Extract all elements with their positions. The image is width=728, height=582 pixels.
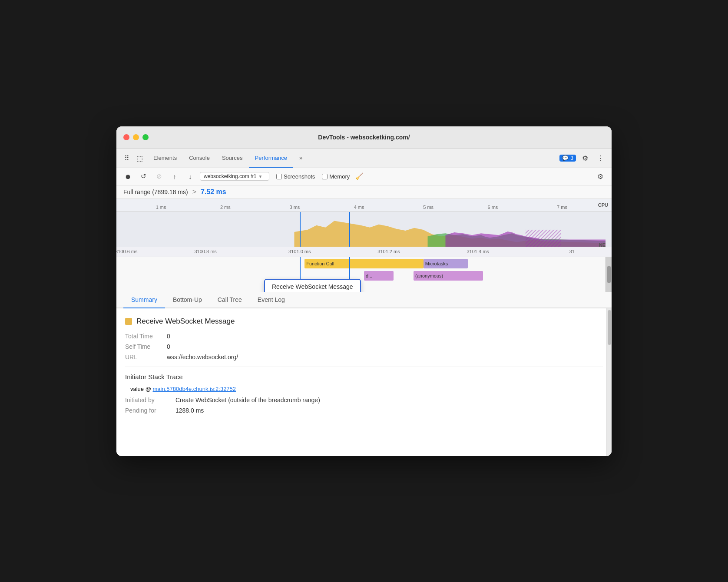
self-time-value: 0 bbox=[167, 343, 170, 350]
time-label-5: 3101.4 ms bbox=[467, 249, 489, 254]
timeline-marker-left bbox=[300, 212, 301, 247]
ruler-tick-4ms: 4 ms bbox=[354, 205, 364, 210]
time-label-4: 3101.2 ms bbox=[377, 249, 400, 254]
time-label-1: 3100.6 ms bbox=[116, 249, 137, 254]
tab-summary[interactable]: Summary bbox=[123, 292, 165, 308]
chat-icon: 💬 bbox=[562, 155, 569, 161]
flame-time-labels: 3100.6 ms 3100.8 ms 3101.0 ms 3101.2 ms … bbox=[116, 247, 612, 257]
self-time-label: Self Time bbox=[125, 343, 160, 350]
ruler-tick-5ms: 5 ms bbox=[423, 205, 433, 210]
flame-rows[interactable]: Function Call Microtasks d... (anonymous… bbox=[116, 257, 612, 292]
minimize-button[interactable] bbox=[133, 134, 139, 140]
memory-checkbox-group: Memory bbox=[322, 173, 350, 180]
url-selector-label: websocketking.com #1 bbox=[204, 173, 256, 179]
total-time-label: Total Time bbox=[125, 333, 160, 340]
svg-rect-3 bbox=[526, 229, 561, 246]
cpu-chart-svg: NET bbox=[116, 212, 606, 247]
flame-block-anonymous[interactable]: (anonymous) bbox=[414, 271, 483, 281]
sub-toolbar: ⏺ ↺ ⊘ ↑ ↓ websocketking.com #1 ▼ Screens… bbox=[116, 168, 612, 185]
devtools-window: DevTools - websocketking.com/ ⠿ ⬚ Elemen… bbox=[116, 126, 612, 456]
record-button[interactable]: ⏺ bbox=[122, 170, 134, 182]
feedback-badge[interactable]: 💬 3 bbox=[559, 155, 576, 162]
screenshots-checkbox[interactable] bbox=[276, 174, 282, 179]
tab-more[interactable]: » bbox=[293, 149, 308, 168]
capture-settings-button[interactable]: ⚙ bbox=[594, 170, 606, 182]
settings-button[interactable]: ⚙ bbox=[579, 152, 591, 164]
self-time-row: Self Time 0 bbox=[125, 343, 603, 350]
stack-trace-row: value @ main.5780db4e.chunk.js:2:32752 bbox=[125, 386, 603, 392]
time-label-2: 3100.8 ms bbox=[195, 249, 217, 254]
tab-performance[interactable]: Performance bbox=[249, 149, 293, 168]
traffic-lights bbox=[123, 134, 149, 140]
panel-scrollbar[interactable] bbox=[606, 308, 612, 456]
tooltip: Receive WebSocket Message bbox=[264, 279, 361, 292]
bottom-tabs: Summary Bottom-Up Call Tree Event Log bbox=[116, 292, 612, 308]
summary-panel: Receive WebSocket Message Total Time 0 S… bbox=[116, 308, 612, 456]
range-highlight: 7.52 ms bbox=[201, 188, 226, 196]
inspect-element-button[interactable]: ⠿ bbox=[122, 152, 132, 164]
tab-sources[interactable]: Sources bbox=[216, 149, 249, 168]
flame-block-microtasks[interactable]: Microtasks bbox=[424, 259, 468, 268]
pending-for-label: Pending for bbox=[125, 407, 169, 414]
svg-text:NET: NET bbox=[599, 242, 606, 246]
tab-call-tree[interactable]: Call Tree bbox=[210, 292, 250, 308]
tooltip-text: Receive WebSocket Message bbox=[272, 283, 353, 290]
ruler-tick-3ms: 3 ms bbox=[289, 205, 300, 210]
range-bar: Full range (7899.18 ms) > 7.52 ms bbox=[116, 185, 612, 199]
window-title: DevTools - websocketking.com/ bbox=[318, 134, 410, 141]
chevron-down-icon: ▼ bbox=[258, 174, 262, 179]
tab-elements[interactable]: Elements bbox=[147, 149, 183, 168]
timeline-area[interactable]: 1 ms 2 ms 3 ms 4 ms 5 ms 6 ms 7 ms CPU bbox=[116, 199, 612, 292]
screenshots-checkbox-group: Screenshots bbox=[276, 173, 315, 180]
memory-label: Memory bbox=[329, 173, 350, 180]
initiated-by-label: Initiated by bbox=[125, 397, 169, 403]
ruler-tick-1ms: 1 ms bbox=[156, 205, 166, 210]
summary-event-title: Receive WebSocket Message bbox=[125, 317, 603, 326]
nav-tabs: Elements Console Sources Performance » bbox=[147, 149, 558, 168]
initiated-by-value: Create WebSocket (outside of the breadcr… bbox=[175, 397, 320, 403]
title-bar: DevTools - websocketking.com/ bbox=[116, 126, 612, 149]
event-title-text: Receive WebSocket Message bbox=[136, 317, 235, 326]
nav-toolbar: ⠿ ⬚ Elements Console Sources Performance… bbox=[116, 149, 612, 168]
scrollbar-thumb[interactable] bbox=[607, 266, 611, 283]
brush-button[interactable]: 🧹 bbox=[353, 170, 365, 182]
timeline-ruler: 1 ms 2 ms 3 ms 4 ms 5 ms 6 ms 7 ms CPU bbox=[116, 199, 612, 212]
full-range-label: Full range (7899.18 ms) bbox=[123, 188, 188, 195]
event-color-icon bbox=[125, 318, 132, 325]
ruler-tick-6ms: 6 ms bbox=[487, 205, 498, 210]
refresh-record-button[interactable]: ↺ bbox=[137, 170, 149, 182]
flame-block-d[interactable]: d... bbox=[364, 271, 394, 281]
ruler-tick-7ms: 7 ms bbox=[557, 205, 567, 210]
maximize-button[interactable] bbox=[142, 134, 149, 140]
timeline-scrollbar[interactable] bbox=[606, 257, 612, 292]
ruler-tick-2ms: 2 ms bbox=[220, 205, 231, 210]
pending-for-value: 1288.0 ms bbox=[175, 407, 204, 414]
cpu-net-chart[interactable]: NET bbox=[116, 212, 612, 247]
timeline-marker-right bbox=[349, 212, 350, 247]
tab-event-log[interactable]: Event Log bbox=[250, 292, 293, 308]
panel-scrollbar-thumb[interactable] bbox=[608, 310, 611, 345]
initiator-section-title: Initiator Stack Trace bbox=[125, 373, 603, 380]
download-button[interactable]: ↓ bbox=[184, 170, 196, 182]
range-separator: > bbox=[192, 188, 196, 196]
url-row: URL wss://echo.websocket.org/ bbox=[125, 354, 603, 360]
device-toolbar-button[interactable]: ⬚ bbox=[134, 152, 146, 164]
pending-for-row: Pending for 1288.0 ms bbox=[125, 407, 603, 414]
initiated-by-row: Initiated by Create WebSocket (outside o… bbox=[125, 397, 603, 403]
summary-divider bbox=[125, 367, 603, 367]
stack-link[interactable]: main.5780db4e.chunk.js:2:32752 bbox=[153, 386, 236, 392]
tab-console[interactable]: Console bbox=[183, 149, 216, 168]
url-selector[interactable]: websocketking.com #1 ▼ bbox=[200, 172, 269, 181]
memory-checkbox[interactable] bbox=[322, 174, 328, 179]
screenshots-label: Screenshots bbox=[284, 173, 315, 180]
upload-button[interactable]: ↑ bbox=[169, 170, 181, 182]
url-label: URL bbox=[125, 354, 160, 360]
close-button[interactable] bbox=[123, 134, 129, 140]
time-label-6: 31 bbox=[569, 249, 575, 254]
total-time-value: 0 bbox=[167, 333, 170, 340]
clear-button[interactable]: ⊘ bbox=[153, 170, 165, 182]
cpu-label: CPU bbox=[598, 202, 608, 208]
flame-block-function-call[interactable]: Function Call bbox=[304, 259, 424, 268]
more-options-button[interactable]: ⋮ bbox=[594, 152, 606, 164]
tab-bottom-up[interactable]: Bottom-Up bbox=[165, 292, 210, 308]
